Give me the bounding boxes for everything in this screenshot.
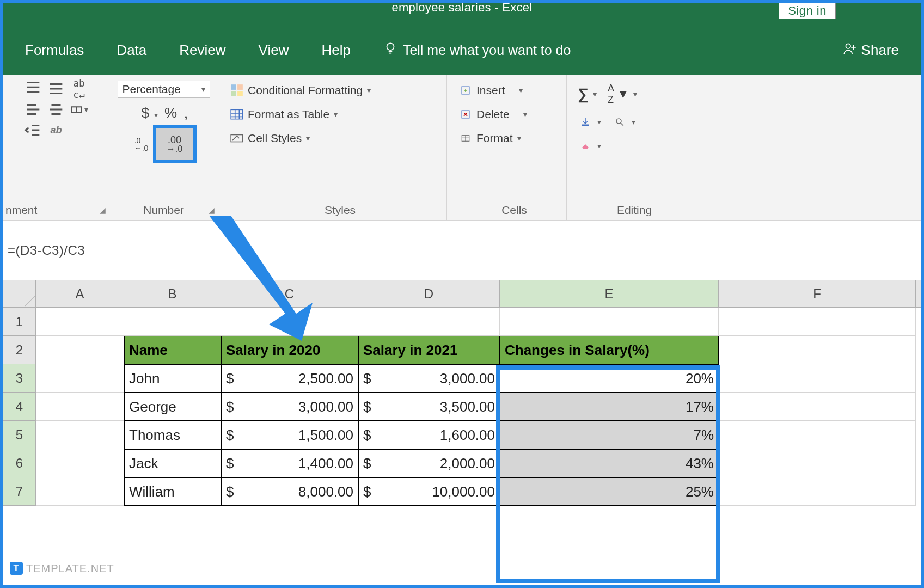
- number-format-select[interactable]: Percentage ▾: [118, 81, 210, 98]
- cell[interactable]: [36, 308, 124, 336]
- cell[interactable]: [221, 308, 358, 336]
- table-cell[interactable]: $3,500.00: [358, 393, 500, 421]
- cell[interactable]: [36, 364, 124, 393]
- clear-button[interactable]: ▾: [574, 136, 604, 156]
- table-cell[interactable]: $3,000.00: [221, 393, 358, 421]
- cell[interactable]: [36, 477, 124, 506]
- table-cell[interactable]: John: [124, 364, 221, 393]
- table-header[interactable]: Salary in 2021: [358, 336, 500, 364]
- cell[interactable]: [36, 421, 124, 449]
- table-cell[interactable]: $10,000.00: [358, 477, 500, 506]
- decrease-indent-icon[interactable]: [24, 122, 42, 138]
- table-header[interactable]: Changes in Salary(%): [500, 336, 719, 364]
- cell[interactable]: [719, 336, 916, 364]
- rowhdr-7[interactable]: 7: [3, 477, 36, 506]
- cell[interactable]: [719, 308, 916, 336]
- table-header[interactable]: Salary in 2020: [221, 336, 358, 364]
- rowhdr-5[interactable]: 5: [3, 421, 36, 449]
- delete-cells-button[interactable]: Delete ▾: [455, 105, 530, 124]
- rowhdr-3[interactable]: 3: [3, 364, 36, 393]
- signin-button[interactable]: Sign in: [779, 3, 836, 19]
- cell[interactable]: [36, 449, 124, 477]
- table-header[interactable]: Name: [124, 336, 221, 364]
- decrease-decimal-button[interactable]: .00 →.0: [153, 125, 197, 163]
- colhdr-b[interactable]: B: [124, 280, 221, 307]
- percent-format-button[interactable]: %: [164, 105, 177, 121]
- comma-format-button[interactable]: ,: [183, 103, 188, 122]
- cell[interactable]: [124, 308, 221, 336]
- table-cell[interactable]: $1,400.00: [221, 449, 358, 477]
- tab-review[interactable]: Review: [179, 42, 225, 59]
- table-cell-selected[interactable]: 7%: [500, 421, 719, 449]
- cell[interactable]: [36, 336, 124, 364]
- table-cell[interactable]: Thomas: [124, 421, 221, 449]
- minimize-icon[interactable]: [862, 7, 873, 21]
- accounting-format-button[interactable]: $ ▾: [141, 105, 158, 121]
- cell[interactable]: [719, 477, 916, 506]
- sort-filter-button[interactable]: AZ▼ ▾: [604, 81, 640, 108]
- colhdr-d[interactable]: D: [358, 280, 500, 307]
- table-cell[interactable]: William: [124, 477, 221, 506]
- format-cells-button[interactable]: Format▾: [455, 128, 530, 148]
- cell[interactable]: [719, 364, 916, 393]
- cell-styles-button[interactable]: Cell Styles▾: [226, 128, 374, 148]
- ribbon-body: abc↵ ▾ ab ◢ nment Percentage ▾: [3, 75, 921, 220]
- find-select-button[interactable]: ▾: [609, 112, 639, 132]
- tab-help[interactable]: Help: [321, 42, 350, 59]
- autosum-button[interactable]: ∑ ▾: [574, 83, 600, 105]
- fill-button[interactable]: ▾: [574, 112, 604, 132]
- table-cell[interactable]: $1,600.00: [358, 421, 500, 449]
- tellme-search[interactable]: Tell me what you want to do: [383, 41, 571, 59]
- align-middle-icon[interactable]: [47, 81, 65, 97]
- table-cell-selected[interactable]: 43%: [500, 449, 719, 477]
- rowhdr-4[interactable]: 4: [3, 393, 36, 421]
- table-cell[interactable]: $3,000.00: [358, 364, 500, 393]
- tab-data[interactable]: Data: [117, 42, 146, 59]
- merge-cells-icon[interactable]: ▾: [70, 101, 88, 118]
- maximize-icon[interactable]: [880, 7, 891, 21]
- rowhdr-2[interactable]: 2: [3, 336, 36, 364]
- group-number-label: Number: [109, 204, 218, 217]
- align-left-icon[interactable]: [24, 101, 42, 118]
- close-icon[interactable]: [899, 7, 910, 21]
- conditional-formatting-button[interactable]: Conditional Formatting▾: [226, 81, 374, 100]
- svg-rect-4: [231, 84, 236, 90]
- table-cell-selected[interactable]: 25%: [500, 477, 719, 506]
- table-cell[interactable]: $2,000.00: [358, 449, 500, 477]
- insert-cells-button[interactable]: Insert ▾: [455, 81, 530, 100]
- table-cell-selected[interactable]: 17%: [500, 393, 719, 421]
- cell[interactable]: [719, 393, 916, 421]
- table-cell[interactable]: $8,000.00: [221, 477, 358, 506]
- align-center-icon[interactable]: [47, 101, 65, 118]
- cell[interactable]: [500, 308, 719, 336]
- rowhdr-1[interactable]: 1: [3, 308, 36, 336]
- table-cell[interactable]: $1,500.00: [221, 421, 358, 449]
- cell[interactable]: [358, 308, 500, 336]
- share-button[interactable]: Share: [843, 41, 899, 59]
- cell[interactable]: [719, 449, 916, 477]
- colhdr-c[interactable]: C: [221, 280, 358, 307]
- table-cell-active[interactable]: 20%: [500, 364, 719, 393]
- cell[interactable]: [719, 421, 916, 449]
- formula-bar[interactable]: =(D3-C3)/C3: [3, 237, 921, 264]
- watermark-badge-icon: T: [10, 562, 23, 575]
- increase-decimal-button[interactable]: .0←.0: [133, 136, 150, 152]
- orientation-icon[interactable]: ab: [47, 122, 65, 138]
- group-styles-label: Styles: [226, 204, 454, 217]
- table-cell[interactable]: Jack: [124, 449, 221, 477]
- select-all-corner[interactable]: [3, 280, 36, 307]
- table-cell[interactable]: George: [124, 393, 221, 421]
- align-top-icon[interactable]: [24, 81, 42, 97]
- tab-formulas[interactable]: Formulas: [25, 42, 84, 59]
- table-cell[interactable]: $2,500.00: [221, 364, 358, 393]
- watermark: T TEMPLATE.NET: [10, 562, 114, 575]
- format-as-table-button[interactable]: Format as Table▾: [226, 105, 374, 124]
- colhdr-f[interactable]: F: [719, 280, 916, 307]
- colhdr-a[interactable]: A: [36, 280, 124, 307]
- rowhdr-6[interactable]: 6: [3, 449, 36, 477]
- cell[interactable]: [36, 393, 124, 421]
- colhdr-e[interactable]: E: [500, 280, 719, 307]
- tab-view[interactable]: View: [259, 42, 289, 59]
- wrap-text-icon[interactable]: abc↵: [70, 81, 88, 97]
- ribbon-options-icon[interactable]: [843, 7, 854, 21]
